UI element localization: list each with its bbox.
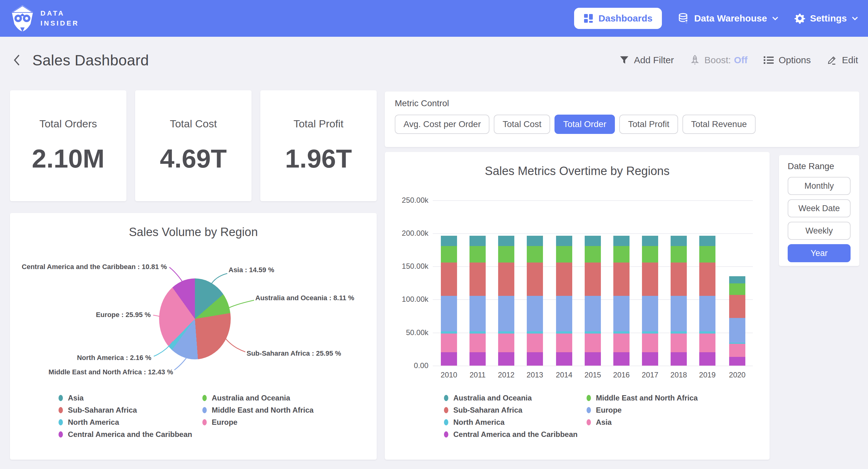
date-range-option-year[interactable]: Year <box>788 244 850 262</box>
legend-item-asia[interactable]: Asia <box>587 418 612 427</box>
options-button[interactable]: Options <box>764 55 811 65</box>
legend-item-north-america[interactable]: North America <box>444 418 504 427</box>
bar-segment-2011-central-america-and-the-caribbean <box>469 352 486 365</box>
bar-2012[interactable] <box>498 236 514 365</box>
legend-label: Asia <box>68 393 84 402</box>
bar-segment-2010-middle-east-and-north-africa <box>441 246 457 263</box>
metric-option-avg-cost-per-order[interactable]: Avg. Cost per Order <box>395 115 489 134</box>
owl-logo-icon <box>10 4 35 33</box>
bar-segment-2010-europe <box>441 296 457 331</box>
boost-label: Boost: <box>705 55 731 65</box>
bar-segment-2013-asia <box>527 333 543 352</box>
bar-2017[interactable] <box>642 236 658 365</box>
bar-segment-2011-north-america <box>469 331 486 333</box>
bar-2016[interactable] <box>613 236 629 365</box>
bar-segment-2018-sub-saharan-africa <box>671 263 687 296</box>
x-axis-tick-2011: 2011 <box>463 371 492 379</box>
nav-item-settings[interactable]: Settings <box>795 13 858 24</box>
legend-dot <box>203 407 207 413</box>
metric-option-total-profit[interactable]: Total Profit <box>619 115 678 134</box>
bar-2019[interactable] <box>699 236 715 365</box>
back-button[interactable] <box>10 53 24 67</box>
bar-segment-2012-sub-saharan-africa <box>498 263 514 296</box>
bar-segment-2014-central-america-and-the-caribbean <box>556 352 572 365</box>
pie-ellipse[interactable] <box>159 279 231 359</box>
bar-segment-2014-north-america <box>556 331 572 333</box>
bar-segment-2020-europe <box>729 318 745 343</box>
metric-options: Avg. Cost per OrderTotal CostTotal Order… <box>395 115 849 134</box>
metric-option-total-revenue[interactable]: Total Revenue <box>682 115 755 134</box>
gear-icon <box>795 13 805 24</box>
legend-dot <box>444 419 448 426</box>
nav-item-dashboards[interactable]: Dashboards <box>574 8 661 29</box>
bar-2011[interactable] <box>469 236 486 365</box>
legend-dot <box>59 419 63 426</box>
bar-chart-area: 250.00k200.00k150.00k100.00k50.00k0.0020… <box>385 152 770 460</box>
bar-2015[interactable] <box>585 236 601 365</box>
bar-segment-2017-europe <box>642 296 658 331</box>
legend-item-australia-and-oceania[interactable]: Australia and Oceania <box>444 393 532 402</box>
y-axis-tick: 200.00k <box>390 229 428 238</box>
bar-segment-2018-middle-east-and-north-africa <box>671 246 687 263</box>
bar-segment-2019-asia <box>699 333 715 352</box>
bar-segment-2015-central-america-and-the-caribbean <box>585 352 601 365</box>
boost-toggle[interactable]: Boost: Off <box>690 55 747 65</box>
bar-segment-2012-middle-east-and-north-africa <box>498 246 514 263</box>
date-range-title: Date Range <box>788 161 850 171</box>
x-axis-tick-2018: 2018 <box>664 371 693 379</box>
kpi-label: Total Cost <box>170 118 217 130</box>
date-range-option-monthly[interactable]: Monthly <box>788 177 850 195</box>
bar-2014[interactable] <box>556 236 572 365</box>
bar-2018[interactable] <box>671 236 687 365</box>
navbar-menu: Dashboards Data Warehouse <box>574 8 858 29</box>
legend-item-north-america[interactable]: North America <box>59 418 119 427</box>
legend-item-australia-and-oceania[interactable]: Australia and Oceania <box>203 393 290 402</box>
bar-segment-2014-sub-saharan-africa <box>556 263 572 296</box>
bar-segment-2012-asia <box>498 333 514 352</box>
bar-segment-2015-sub-saharan-africa <box>585 263 601 296</box>
bar-segment-2019-sub-saharan-africa <box>699 263 715 296</box>
gridline <box>433 233 753 234</box>
legend-item-europe[interactable]: Europe <box>587 406 622 414</box>
x-axis-tick-2015: 2015 <box>579 371 607 379</box>
bar-2013[interactable] <box>527 236 543 365</box>
bar-segment-2019-middle-east-and-north-africa <box>699 246 715 263</box>
nav-item-data-warehouse[interactable]: Data Warehouse <box>678 13 778 24</box>
bar-segment-2011-asia <box>469 333 486 352</box>
legend-dot <box>59 407 63 413</box>
legend-item-central-america-and-the-caribbean[interactable]: Central America and the Caribbean <box>59 430 192 439</box>
metric-option-total-order[interactable]: Total Order <box>555 115 615 134</box>
legend-item-central-america-and-the-caribbean[interactable]: Central America and the Caribbean <box>444 430 578 439</box>
bar-segment-2012-north-america <box>498 331 514 333</box>
legend-dot <box>587 407 591 413</box>
date-range-option-weekly[interactable]: Weekly <box>788 222 850 240</box>
bar-2020[interactable] <box>729 276 745 365</box>
legend-dot <box>444 407 448 413</box>
pie-chart-area: Asia : 14.59 %Australia and Oceania : 8.… <box>10 213 377 460</box>
edit-button[interactable]: Edit <box>827 55 858 65</box>
bar-2010[interactable] <box>441 236 457 365</box>
legend-item-middle-east-and-north-africa[interactable]: Middle East and North Africa <box>587 393 698 402</box>
pie-callout-label-central-america-and-the-caribbean: Central America and the Caribbean : 10.8… <box>22 263 167 271</box>
legend-item-europe[interactable]: Europe <box>203 418 238 427</box>
bar-segment-2011-middle-east-and-north-africa <box>469 246 486 263</box>
bar-segment-2020-sub-saharan-africa <box>729 295 745 318</box>
bar-segment-2013-middle-east-and-north-africa <box>527 246 543 263</box>
kpi-card-total-profit: Total Profit 1.96T <box>260 90 377 201</box>
metric-option-total-cost[interactable]: Total Cost <box>494 115 550 134</box>
x-axis-tick-2014: 2014 <box>550 371 579 379</box>
bar-segment-2012-europe <box>498 296 514 331</box>
date-range-option-week-date[interactable]: Week Date <box>788 199 850 217</box>
legend-item-asia[interactable]: Asia <box>59 393 84 402</box>
kpi-value: 1.96T <box>285 144 352 174</box>
legend-item-sub-saharan-africa[interactable]: Sub-Saharan Africa <box>444 406 522 414</box>
nav-item-label: Dashboards <box>598 13 652 24</box>
bar-segment-2013-australia-and-oceania <box>527 236 543 246</box>
brand[interactable]: DATA INSIDER <box>10 4 79 33</box>
pie-callout-label-middle-east-and-north-africa: Middle East and North Africa : 12.43 % <box>49 368 173 376</box>
pencil-icon <box>827 55 837 65</box>
legend-item-middle-east-and-north-africa[interactable]: Middle East and North Africa <box>203 406 313 414</box>
add-filter-button[interactable]: Add Filter <box>620 55 674 65</box>
legend-item-sub-saharan-africa[interactable]: Sub-Saharan Africa <box>59 406 137 414</box>
bar-segment-2011-sub-saharan-africa <box>469 263 486 296</box>
